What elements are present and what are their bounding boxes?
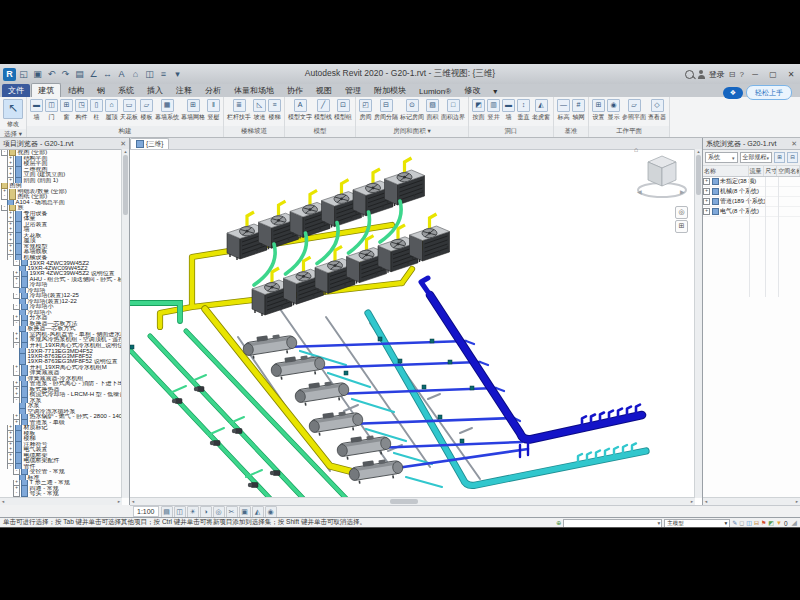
ribbon-tab-体量和场地[interactable]: 体量和场地	[228, 84, 280, 97]
ribbon-tool-模型文字[interactable]: A模型文字	[288, 99, 312, 122]
close-icon[interactable]: ✕	[791, 140, 797, 148]
scale-indicator[interactable]: 1:100	[133, 506, 159, 517]
redo-icon[interactable]: ↷	[59, 68, 72, 81]
shadows-icon[interactable]: ◑	[200, 506, 212, 518]
ribbon-tab-▾[interactable]: ▾	[487, 86, 503, 97]
view-by-select[interactable]: 系统▾	[705, 152, 738, 163]
row-expander-icon[interactable]: +	[703, 208, 710, 215]
search-icon[interactable]	[685, 70, 694, 79]
ribbon-tool-窗[interactable]: ⊞窗	[60, 99, 73, 122]
ribbon-tool-坡道[interactable]: ◺坡道	[253, 99, 266, 122]
help-icon[interactable]: ?	[740, 70, 744, 79]
ribbon-tab-修改[interactable]: 修改	[458, 84, 486, 97]
view-cube[interactable]: ⌂ ◀▶	[632, 144, 690, 204]
ribbon-tool-柱[interactable]: ▯柱	[90, 99, 103, 122]
save-icon[interactable]: ▣	[31, 68, 44, 81]
revit-logo[interactable]: R	[3, 68, 16, 81]
default-3d-view-icon[interactable]: ⌂	[129, 68, 142, 81]
cyan-pipes[interactable]	[300, 313, 646, 487]
system-browser-row[interactable]: +管道(189 个系统)	[703, 197, 800, 207]
editable-only-icon[interactable]: ✎	[732, 519, 737, 527]
ribbon-tool-房间分隔[interactable]: ⊟房间分隔	[374, 99, 398, 122]
render-icon[interactable]: ◎	[213, 506, 225, 518]
system-browser-horizontal-scrollbar[interactable]: ◄►	[703, 497, 800, 505]
column-header-空间名称[interactable]: 空间名称	[777, 166, 800, 176]
column-header-名称[interactable]: 名称	[703, 166, 749, 176]
system-browser-row[interactable]: +电气(8 个系统)	[703, 207, 800, 217]
user-icon[interactable]	[698, 75, 705, 79]
ribbon-group-label[interactable]: 工作平面	[589, 126, 669, 137]
sign-in-label[interactable]: 登录	[709, 69, 725, 80]
ribbon-tool-墙[interactable]: ▬墙	[502, 99, 515, 122]
aligned-dimension-icon[interactable]: ↔	[101, 68, 114, 81]
ribbon-tool-设置[interactable]: ⊞设置	[592, 99, 605, 122]
ribbon-tool-模型组[interactable]: ⊡模型组	[334, 99, 352, 122]
ribbon-group-label[interactable]: 楼梯坡道	[224, 126, 284, 137]
project-browser-vertical-scrollbar[interactable]: ▲	[121, 149, 129, 498]
close-button[interactable]: ✕	[784, 70, 798, 79]
select-links-icon[interactable]: ◫	[746, 519, 752, 527]
ribbon-tab-文件[interactable]: 文件	[2, 84, 30, 97]
ribbon-tool-屋顶[interactable]: ⌂屋顶	[105, 99, 118, 122]
ribbon-tool-模型线[interactable]: ╱模型线	[314, 99, 332, 122]
section-icon[interactable]: ◫	[143, 68, 156, 81]
system-browser-row[interactable]: +机械(8 个系统)	[703, 187, 800, 197]
select-underlay-icon[interactable]: ⊟	[754, 519, 759, 527]
ribbon-tab-协作[interactable]: 协作	[281, 84, 309, 97]
discipline-select[interactable]: 全部规程▾	[740, 152, 773, 163]
ribbon-tab-注释[interactable]: 注释	[170, 84, 198, 97]
row-expander-icon[interactable]: +	[703, 178, 710, 185]
ribbon-tool-查看器[interactable]: ◇查看器	[648, 99, 666, 122]
ribbon-tool-墙[interactable]: ▬墙	[30, 99, 43, 122]
ribbon-tool-面积边界[interactable]: □面积边界	[441, 99, 465, 122]
design-option-select[interactable]: 主模型▾	[664, 519, 730, 528]
canvas-horizontal-scrollbar[interactable]: ◄►	[130, 497, 695, 505]
scroll-right-icon[interactable]: ►	[117, 499, 121, 504]
minimize-button[interactable]: ─	[748, 70, 762, 79]
ribbon-tool-楼梯[interactable]: ≡楼梯	[268, 99, 281, 122]
collapse-all-icon[interactable]: ⊟	[787, 152, 798, 163]
thin-lines-icon[interactable]: ≡	[157, 68, 170, 81]
resize-grip-icon[interactable]: ◢	[792, 519, 797, 527]
select-by-face-icon[interactable]: ◩	[768, 519, 774, 527]
promo-button[interactable]: 轻松上手	[746, 85, 792, 100]
ribbon-tool-老虎窗[interactable]: ◭老虎窗	[532, 99, 550, 122]
ribbon-group-label[interactable]: 房间和面积 ▾	[356, 126, 468, 137]
ribbon-tool-房间[interactable]: ◰房间	[359, 99, 372, 122]
ribbon-tool-轴网[interactable]: #轴网	[572, 99, 585, 122]
ribbon-tool-幕墙系统[interactable]: ▦幕墙系统	[155, 99, 179, 122]
filter-icon[interactable]: ▼	[776, 519, 782, 527]
ribbon-tab-系统[interactable]: 系统	[112, 84, 140, 97]
zoom-tool-icon[interactable]: ⊞	[675, 220, 688, 233]
ribbon-tab-附加模块[interactable]: 附加模块	[368, 84, 412, 97]
ribbon-tool-楼板[interactable]: ▱楼板	[140, 99, 153, 122]
ribbon-tool-面积[interactable]: ▧面积	[426, 99, 439, 122]
open-icon[interactable]: ◱	[17, 68, 30, 81]
select-pinned-icon[interactable]: ⚑	[761, 519, 766, 527]
show-crop-region-icon[interactable]: ▣	[239, 506, 251, 518]
customize-qat-icon[interactable]: ▾	[171, 68, 184, 81]
ribbon-tool-参照平面[interactable]: ▱参照平面	[622, 99, 646, 122]
undo-icon[interactable]: ↶	[45, 68, 58, 81]
visual-style-icon[interactable]: ◫	[174, 506, 186, 518]
ribbon-tool-标高[interactable]: ―标高	[557, 99, 570, 122]
ribbon-tab-结构[interactable]: 结构	[62, 84, 90, 97]
ribbon-tool-构件[interactable]: ◳构件	[75, 99, 88, 122]
ribbon-tool-垂直[interactable]: ↕垂直	[517, 99, 530, 122]
text-icon[interactable]: A	[115, 68, 128, 81]
ribbon-tool-修改[interactable]: ↖修改	[3, 99, 23, 129]
ribbon-group-label[interactable]: 基准	[554, 126, 588, 137]
project-browser-horizontal-scrollbar[interactable]: ◄ ►	[0, 497, 122, 505]
measure-icon[interactable]: ∠	[87, 68, 100, 81]
ribbon-group-label[interactable]: 模型	[285, 126, 355, 137]
workset-select[interactable]: ▾	[563, 519, 662, 528]
scroll-left-icon[interactable]: ◄	[1, 499, 5, 504]
ribbon-tool-门[interactable]: ◫门	[45, 99, 58, 122]
ribbon-tab-分析[interactable]: 分析	[199, 84, 227, 97]
ribbon-group-label[interactable]: 构建	[27, 126, 223, 137]
ribbon-tool-栏杆扶手[interactable]: ≣栏杆扶手	[227, 99, 251, 122]
ribbon-tab-视图[interactable]: 视图	[310, 84, 338, 97]
pumps[interactable]	[172, 387, 280, 488]
scroll-up-icon[interactable]: ▲	[124, 149, 128, 154]
ribbon-group-label[interactable]: 洞口	[469, 126, 553, 137]
